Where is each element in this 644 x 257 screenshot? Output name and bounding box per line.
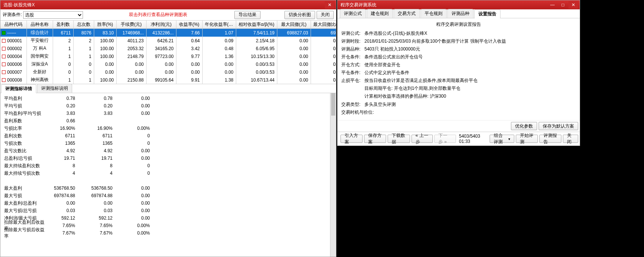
close-button[interactable]: 关闭 — [317, 11, 334, 19]
table-cell: 9.77 — [176, 52, 202, 60]
metric-value: 0 — [120, 163, 157, 168]
table-row[interactable]: 000008神州高铁11100.002150.8899105.649.911.3… — [0, 76, 336, 84]
combo-eval-button[interactable]: 组合评测 — [490, 135, 514, 143]
metric-label: 最大持续亏损次数 — [4, 170, 45, 177]
metric-value: 0.00 — [120, 148, 157, 153]
table-row[interactable]: 000006深振业A000.000.000.000.000.000.00/3.5… — [0, 60, 336, 68]
table-row[interactable]: 000007全新好000.000.000.000.000.000.00/3.53… — [0, 68, 336, 76]
metric-value: 0.00 — [83, 201, 120, 206]
left-titlebar[interactable]: 选股-妖股先锋X ✕ — [0, 0, 336, 9]
col-header[interactable]: 品种代码 — [0, 21, 27, 29]
col-header[interactable]: 相对收益率α/β(%) — [236, 21, 277, 29]
table-cell: 0.00 — [311, 37, 336, 45]
settings-tab[interactable]: 评测公式 — [340, 9, 366, 18]
table-cell: 1 — [73, 76, 94, 84]
table-cell: 1 — [53, 45, 73, 52]
table-cell: 0.00 — [311, 76, 336, 84]
bottom-action-bar: 引入方案 保存方案 下载数据 « 上一步 下一步 » 5403/5403 01:… — [338, 132, 580, 146]
table-row[interactable]: ------综合统计6711807683.101746968...4132286… — [0, 29, 336, 37]
table-cell: 0.00 — [277, 37, 311, 45]
close-icon[interactable]: ✕ — [325, 1, 335, 9]
settings-tab[interactable]: 平仓规则 — [420, 9, 447, 18]
table-header-row[interactable]: 品种代码品种名称盈利数总次数胜率(%)手续费(元)净利润(元)收益率(%)年化收… — [0, 21, 336, 29]
metric-row: 扣除最大盈利后收益率7.65%7.65%0.00% — [4, 222, 332, 229]
table-cell: 000002 — [0, 45, 27, 52]
table-row[interactable]: 000004国华网安11100.002148.7997723.009.771.3… — [0, 52, 336, 60]
col-header[interactable]: 手续费(元) — [116, 21, 146, 29]
table-cell: 0 — [73, 60, 94, 68]
tab-metrics-explain[interactable]: 评测指标说明 — [37, 84, 72, 93]
col-header[interactable]: 年化收益率(%) — [202, 21, 236, 29]
metric-value: 0.00 — [120, 193, 157, 198]
col-header[interactable]: 净利润(元) — [146, 21, 176, 29]
filter-select[interactable]: 选股 — [23, 11, 83, 19]
switch-chart-button[interactable]: 切换分析图 — [284, 11, 315, 19]
table-cell: 0.00 — [277, 60, 311, 68]
metric-value: 697874.88 — [83, 193, 120, 198]
tab-metrics-detail[interactable]: 评测指标详情 — [1, 84, 36, 93]
table-row[interactable]: 000002万 科A11100.002053.3234165.203.420.4… — [0, 45, 336, 52]
metric-value: 3.83 — [45, 111, 83, 116]
metric-value: 4 — [83, 171, 120, 176]
detail-scrollbar[interactable] — [330, 93, 336, 257]
col-header[interactable]: 收益率(%) — [176, 21, 202, 29]
metric-value: 536768.50 — [45, 186, 83, 191]
table-cell: 0.09 — [202, 37, 236, 45]
table-cell: 全新好 — [27, 68, 53, 76]
metric-value: 592.12 — [83, 215, 120, 221]
download-data-button[interactable]: 下载数据 — [388, 135, 410, 143]
table-cell: 0.00 — [277, 68, 311, 76]
metric-row: 扣除最大亏损后收益率7.67%7.67%0.00% — [4, 229, 332, 237]
col-header[interactable]: 盈利数 — [53, 21, 73, 29]
col-header[interactable]: 最大回撤(元) — [277, 21, 311, 29]
trade-eval-window: 程序交易评测系统 — □ ✕ 评测公式建仓规则交易方式平仓规则评测品种设置报告 … — [337, 0, 580, 146]
metric-label: 平均盈利 — [4, 95, 45, 102]
metric-row — [4, 177, 332, 184]
table-row[interactable]: 000001平安银行22100.004011.236426.210.640.09… — [0, 37, 336, 45]
minimize-icon[interactable]: — — [548, 1, 557, 9]
col-header[interactable]: 胜率(%) — [94, 21, 116, 29]
settings-tab[interactable]: 设置报告 — [474, 9, 500, 18]
settings-tab[interactable]: 交易方式 — [394, 9, 420, 18]
maximize-icon[interactable]: □ — [558, 1, 568, 9]
export-button[interactable]: 导出结果 — [234, 11, 261, 19]
import-plan-button[interactable]: 引入方案 — [341, 135, 363, 143]
table-cell: 1 — [73, 45, 94, 52]
table-cell: 2 — [73, 37, 94, 45]
optimize-params-button[interactable]: 优化参数 — [511, 122, 537, 130]
metric-value: 4.92 — [83, 148, 120, 153]
settings-tab[interactable]: 评测品种 — [447, 9, 474, 18]
metric-value: 3.83 — [83, 111, 120, 116]
report-key: 平仓条件: — [341, 69, 364, 76]
stock-icon — [2, 62, 6, 66]
report-key: 评测品种: — [341, 45, 364, 53]
col-header[interactable]: 最大回撤比(%) — [311, 21, 336, 29]
close-eval-button[interactable]: 关闭 — [563, 135, 578, 143]
metric-value: 0.20 — [45, 103, 83, 108]
metric-value: 592.12 — [45, 215, 83, 221]
report-value: 使用全部资金开仓 — [364, 61, 400, 68]
table-cell: 34165.20 — [146, 45, 176, 52]
settings-tabs: 评测公式建仓规则交易方式平仓规则评测品种设置报告 — [338, 9, 580, 18]
prev-step-button[interactable]: « 上一步 — [412, 135, 433, 143]
eval-report-button[interactable]: 评测报告 — [539, 135, 561, 143]
save-plan-button[interactable]: 保存方案 — [364, 135, 386, 143]
table-cell: 2053.32 — [116, 45, 146, 52]
table-cell: 7.54/11.19 — [236, 29, 277, 37]
table-cell: 平安银行 — [27, 37, 53, 45]
table-cell: 000007 — [0, 68, 27, 76]
metric-label: 最大亏损 — [4, 193, 45, 199]
right-titlebar[interactable]: 程序交易评测系统 — □ ✕ — [338, 0, 580, 9]
close-icon[interactable]: ✕ — [568, 1, 578, 9]
settings-tab[interactable]: 建仓规则 — [367, 9, 393, 18]
col-header[interactable]: 品种名称 — [27, 21, 53, 29]
table-cell: 0.00 — [94, 68, 116, 76]
table-cell: 0.00 — [116, 68, 146, 76]
metric-value: 16.90% — [83, 126, 120, 131]
col-header[interactable]: 总次数 — [73, 21, 94, 29]
table-cell: 2150.88 — [116, 76, 146, 84]
start-eval-button[interactable]: 开始评测 — [516, 135, 538, 143]
table-cell: 0 — [53, 60, 73, 68]
save-default-button[interactable]: 保存为默认方案 — [539, 122, 578, 130]
table-cell: 10.67/13.44 — [236, 76, 277, 84]
